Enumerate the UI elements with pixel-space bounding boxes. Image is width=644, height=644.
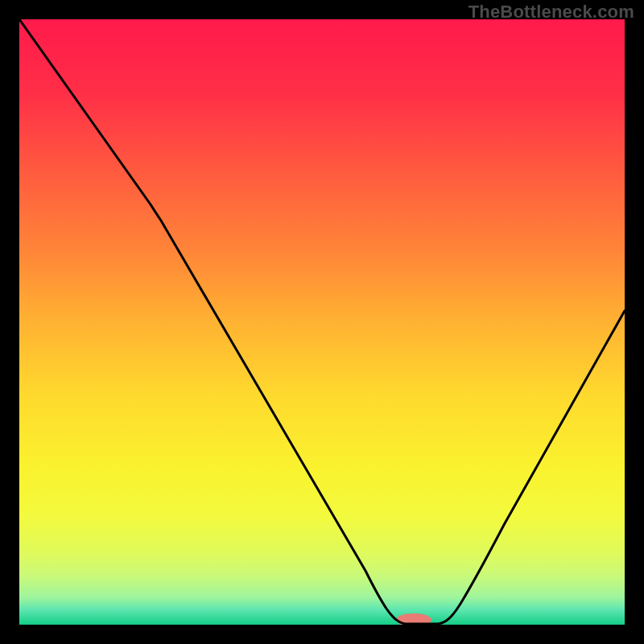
plot-area (19, 19, 625, 625)
watermark-text: TheBottleneck.com (469, 2, 634, 23)
bottleneck-plot (19, 19, 625, 625)
chart-frame: TheBottleneck.com (0, 0, 644, 644)
gradient-background (19, 19, 625, 625)
